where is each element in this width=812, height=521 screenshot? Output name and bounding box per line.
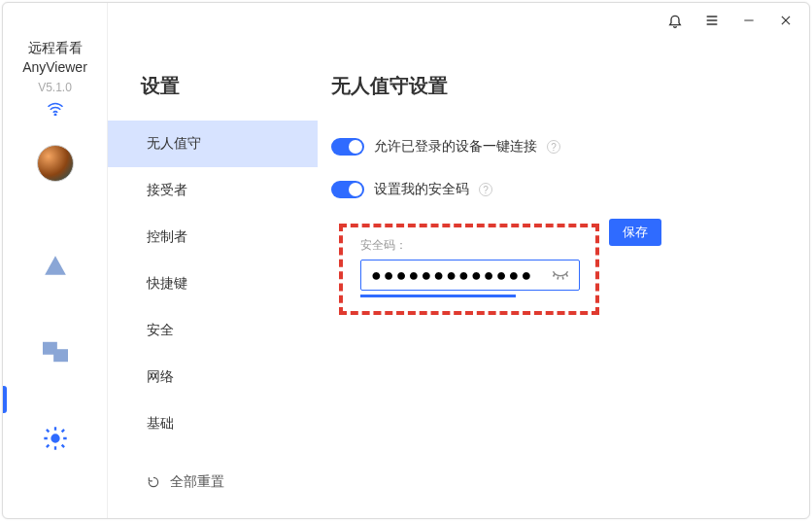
version-label: V5.1.0 bbox=[38, 81, 72, 94]
svg-rect-8 bbox=[53, 349, 68, 362]
settings-subnav: 设置 无人值守 接受者 控制者 快捷键 安全 网络 基础 全部重置 bbox=[108, 3, 318, 518]
toggle-row-oneclick: 允许已登录的设备一键连接 ? bbox=[331, 138, 809, 156]
toggle-oneclick[interactable] bbox=[331, 138, 364, 156]
help-icon[interactable]: ? bbox=[547, 140, 560, 154]
security-code-input[interactable] bbox=[360, 260, 580, 291]
rail-sessions-icon[interactable] bbox=[3, 341, 107, 363]
save-button[interactable]: 保存 bbox=[609, 219, 661, 246]
svg-line-10 bbox=[554, 274, 556, 276]
rail-devices-icon[interactable] bbox=[3, 254, 107, 279]
svg-line-13 bbox=[566, 274, 568, 276]
main: 设置 无人值守 接受者 控制者 快捷键 安全 网络 基础 全部重置 无人值守设置… bbox=[108, 3, 809, 518]
undo-icon bbox=[147, 475, 160, 489]
svg-line-11 bbox=[558, 277, 558, 280]
toggle-securitycode-label: 设置我的安全码 bbox=[374, 181, 469, 198]
subnav-item-shortcuts[interactable]: 快捷键 bbox=[108, 260, 318, 307]
subnav-item-basic[interactable]: 基础 bbox=[108, 400, 318, 447]
brand-line1: 远程看看 bbox=[28, 40, 83, 57]
subnav-item-unattended[interactable]: 无人值守 bbox=[108, 121, 318, 167]
brand-line2: AnyViewer bbox=[22, 59, 87, 75]
avatar[interactable] bbox=[37, 145, 74, 182]
help-icon[interactable]: ? bbox=[479, 183, 492, 196]
svg-line-12 bbox=[562, 277, 563, 280]
app-window: 远程看看 AnyViewer V5.1.0 设置 无人值守 接受者 控制者 快捷… bbox=[2, 2, 810, 519]
eye-icon[interactable] bbox=[551, 265, 570, 285]
security-code-label: 安全码： bbox=[360, 237, 578, 254]
toggle-oneclick-label: 允许已登录的设备一键连接 bbox=[374, 138, 537, 156]
subnav-item-controller[interactable]: 控制者 bbox=[108, 214, 318, 260]
left-rail: 远程看看 AnyViewer V5.1.0 bbox=[3, 3, 108, 518]
content-title: 无人值守设置 bbox=[331, 73, 809, 99]
reset-all-button[interactable]: 全部重置 bbox=[141, 463, 318, 502]
reset-all-label: 全部重置 bbox=[170, 473, 224, 491]
subnav-item-receiver[interactable]: 接受者 bbox=[108, 167, 318, 214]
toggle-row-securitycode: 设置我的安全码 ? bbox=[331, 181, 809, 198]
content: 无人值守设置 允许已登录的设备一键连接 ? 设置我的安全码 ? 安全码： bbox=[318, 3, 809, 518]
wifi-icon bbox=[47, 102, 64, 116]
subnav-item-network[interactable]: 网络 bbox=[108, 354, 318, 400]
svg-point-6 bbox=[54, 114, 56, 116]
svg-point-9 bbox=[51, 435, 58, 442]
highlight-box: 安全码： bbox=[339, 224, 599, 315]
subnav-title: 设置 bbox=[141, 73, 318, 99]
security-code-field-wrap bbox=[360, 260, 578, 291]
rail-active-indicator bbox=[3, 386, 7, 413]
security-code-area: 安全码： bbox=[331, 224, 809, 315]
subnav-item-security[interactable]: 安全 bbox=[108, 307, 318, 354]
rail-settings-icon[interactable] bbox=[3, 425, 107, 452]
toggle-securitycode[interactable] bbox=[331, 181, 364, 198]
strength-bar bbox=[360, 295, 516, 297]
